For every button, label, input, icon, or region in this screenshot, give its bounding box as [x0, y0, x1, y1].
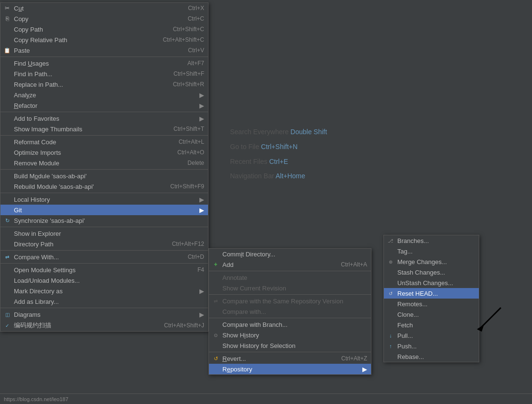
menu-item-copy-relative-path[interactable]: Copy Relative Path Ctrl+Alt+Shift+C	[0, 35, 208, 45]
separator-7	[0, 250, 208, 251]
menu-item-copy[interactable]: ⎘ Copy Ctrl+C	[0, 13, 208, 24]
git-repository[interactable]: Repository ▶	[209, 364, 371, 374]
menu-item-show-image-thumbnails[interactable]: Show Image Thumbnails Ctrl+Shift+T	[0, 124, 208, 134]
branch-fetch[interactable]: Fetch	[384, 320, 479, 330]
menu-item-git-label: Git	[14, 207, 22, 214]
branch-pull[interactable]: ↓ Pull...	[384, 330, 479, 341]
menu-item-refactor[interactable]: Refactor ▶	[0, 100, 208, 111]
branches-submenu: ⎇ Branches... Tag... ⊕ Merge Changes... …	[383, 235, 479, 362]
add-favorites-arrow: ▶	[190, 115, 204, 122]
branch-push[interactable]: ↑ Push...	[384, 341, 479, 351]
separator-5	[0, 193, 208, 193]
branch-branches-icon: ⎇	[387, 237, 394, 244]
separator-9	[0, 308, 208, 308]
mark-directory-arrow: ▶	[190, 288, 204, 295]
menu-item-remove-module[interactable]: Remove Module Delete	[0, 158, 208, 168]
git-revert[interactable]: ↺ Revert... Ctrl+Alt+Z	[209, 353, 371, 364]
menu-item-copy-relative-path-label: Copy Relative Path	[14, 36, 67, 44]
branch-remotes[interactable]: Remotes...	[384, 299, 479, 309]
menu-item-rebuild-module[interactable]: Rebuild Module 'saos-ab-api' Ctrl+Shift+…	[0, 181, 208, 192]
find-usages-shortcut: Alt+F7	[178, 60, 204, 67]
menu-item-find-usages[interactable]: Find Usages Alt+F7	[0, 58, 208, 69]
menu-item-cut[interactable]: ✂ Cut Ctrl+X	[0, 3, 208, 13]
sync-icon: ↻	[3, 217, 11, 224]
local-history-arrow: ▶	[190, 196, 204, 203]
menu-item-git[interactable]: Git ▶	[0, 205, 208, 215]
menu-item-open-module-settings[interactable]: Open Module Settings F4	[0, 265, 208, 275]
replace-in-path-shortcut: Ctrl+Shift+R	[163, 81, 204, 88]
menu-item-reformat-code-label: Reformat Code	[14, 139, 56, 146]
git-show-history[interactable]: ⊙ Show History	[209, 330, 371, 340]
menu-item-show-in-explorer[interactable]: Show in Explorer	[0, 228, 208, 239]
git-arrow: ▶	[190, 207, 204, 214]
menu-item-analyze[interactable]: Analyze ▶	[0, 90, 208, 100]
git-revert-shortcut: Ctrl+Alt+Z	[332, 355, 367, 362]
menu-item-replace-in-path-label: Replace in Path...	[14, 81, 63, 88]
menu-item-code-check[interactable]: ✓ 编码规约扫描 Ctrl+Alt+Shift+J	[0, 320, 208, 331]
menu-item-synchronize[interactable]: ↻ Synchronize 'saos-ab-api'	[0, 215, 208, 226]
menu-item-find-in-path[interactable]: Find in Path... Ctrl+Shift+F	[0, 69, 208, 79]
menu-item-add-as-library-label: Add as Library...	[14, 298, 59, 305]
menu-item-directory-path[interactable]: Directory Path Ctrl+Alt+F12	[0, 239, 208, 249]
separator-4	[0, 169, 208, 170]
menu-item-diagrams[interactable]: ◫ Diagrams ▶	[0, 309, 208, 320]
menu-item-copy-path-label: Copy Path	[14, 26, 43, 33]
diagrams-arrow: ▶	[190, 311, 204, 318]
menu-item-paste[interactable]: 📋 Paste Ctrl+V	[0, 45, 208, 56]
branch-reset-head-icon: ↺	[387, 289, 394, 297]
git-submenu: Commit Directory... + Add Ctrl+Alt+A Ann…	[208, 248, 371, 375]
branch-unstash-changes[interactable]: UnStash Changes...	[384, 277, 479, 288]
menu-item-copy-path[interactable]: Copy Path Ctrl+Shift+C	[0, 24, 208, 35]
separator-8	[0, 263, 208, 264]
menu-item-reformat-code[interactable]: Reformat Code Ctrl+Alt+L	[0, 137, 208, 147]
git-sep-2	[209, 294, 371, 295]
menu-item-local-history[interactable]: Local History ▶	[0, 194, 208, 205]
menu-item-open-module-settings-label: Open Module Settings	[14, 266, 76, 274]
menu-item-rebuild-module-label: Rebuild Module 'saos-ab-api'	[14, 183, 94, 190]
branch-tag[interactable]: Tag...	[384, 246, 479, 256]
git-compare-branch-label: Compare with Branch...	[222, 321, 288, 328]
git-add-icon: +	[212, 261, 220, 268]
branch-stash-changes[interactable]: Stash Changes...	[384, 267, 479, 277]
separator-1	[0, 57, 208, 57]
git-compare-with: Compare with...	[209, 306, 371, 317]
find-in-path-shortcut: Ctrl+Shift+F	[164, 70, 204, 77]
branch-clone[interactable]: Clone...	[384, 309, 479, 320]
menu-item-optimize-imports-label: Optimize Imports	[14, 149, 61, 156]
background-hints: Search Everywhere Double Shift Go to Fil…	[230, 125, 327, 184]
code-check-shortcut: Ctrl+Alt+Shift+J	[154, 322, 204, 329]
git-annotate: Annotate	[209, 272, 371, 283]
show-image-thumbnails-shortcut: Ctrl+Shift+T	[164, 126, 204, 132]
branch-reset-head[interactable]: ↺ Reset HEAD...	[384, 288, 479, 299]
git-show-history-selection[interactable]: Show History for Selection	[209, 340, 371, 351]
branch-merge-changes[interactable]: ⊕ Merge Changes...	[384, 256, 479, 267]
menu-item-mark-directory[interactable]: Mark Directory as ▶	[0, 286, 208, 296]
menu-item-code-check-label: 编码规约扫描	[14, 321, 51, 330]
branch-branches[interactable]: ⎇ Branches...	[384, 235, 479, 246]
menu-item-add-favorites[interactable]: Add to Favorites ▶	[0, 113, 208, 124]
git-add[interactable]: + Add Ctrl+Alt+A	[209, 259, 371, 270]
bottom-bar-url: https://blog.csdn.net/leo187	[4, 396, 69, 402]
menu-item-add-favorites-label: Add to Favorites	[14, 115, 59, 122]
separator-3	[0, 135, 208, 136]
menu-item-build-module[interactable]: Build Module 'saos-ab-api'	[0, 171, 208, 181]
git-commit-dir[interactable]: Commit Directory...	[209, 249, 371, 259]
menu-item-replace-in-path[interactable]: Replace in Path... Ctrl+Shift+R	[0, 79, 208, 90]
menu-item-load-unload[interactable]: Load/Unload Modules...	[0, 275, 208, 286]
menu-item-optimize-imports[interactable]: Optimize Imports Ctrl+Alt+O	[0, 147, 208, 158]
git-compare-branch[interactable]: Compare with Branch...	[209, 319, 371, 330]
menu-item-analyze-label: Analyze	[14, 92, 36, 99]
git-annotate-label: Annotate	[222, 274, 247, 281]
branch-rebase[interactable]: Rebase...	[384, 351, 479, 362]
branch-pull-icon: ↓	[387, 332, 394, 339]
analyze-arrow: ▶	[190, 92, 204, 99]
menu-item-refactor-label: Refactor	[14, 102, 37, 109]
branch-reset-head-label: Reset HEAD...	[397, 290, 438, 297]
menu-item-compare-with[interactable]: ⇄ Compare With... Ctrl+D	[0, 252, 208, 262]
separator-2	[0, 112, 208, 112]
menu-item-add-as-library[interactable]: Add as Library...	[0, 296, 208, 307]
git-show-history-icon: ⊙	[212, 331, 220, 339]
code-check-icon: ✓	[3, 322, 11, 329]
compare-icon: ⇄	[3, 253, 11, 261]
menu-item-synchronize-label: Synchronize 'saos-ab-api'	[14, 217, 85, 224]
